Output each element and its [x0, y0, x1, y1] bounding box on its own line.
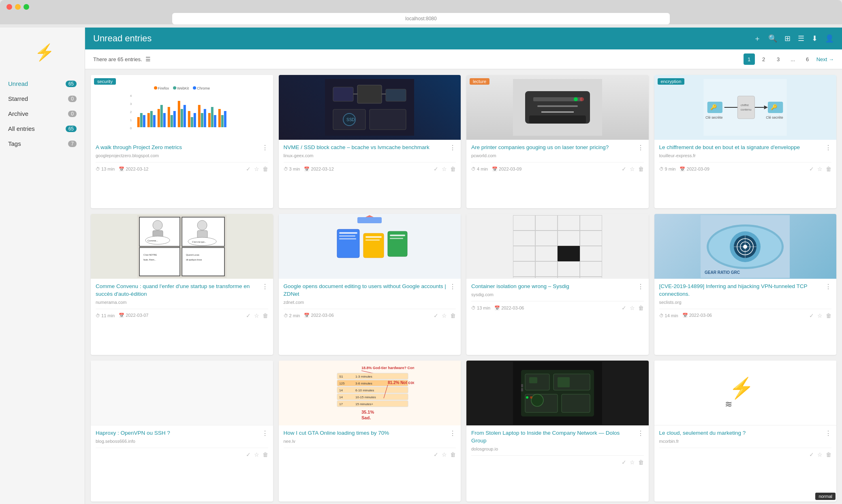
star-icon-4[interactable]: ☆ [817, 166, 823, 172]
delete-icon-9[interactable]: 🗑 [263, 451, 268, 458]
card-menu-9[interactable]: ⋮ [262, 429, 268, 437]
star-icon-8[interactable]: ☆ [817, 312, 823, 319]
bottom-bar: normal [815, 493, 836, 500]
card-tag-3: lecture [470, 78, 489, 85]
traffic-light-minimize[interactable] [15, 4, 21, 10]
card-title-4[interactable]: Le chiffrement de bout en bout et la sig… [659, 144, 822, 152]
card-title-9[interactable]: Haproxy : OpenVPN ou SSH ? [96, 429, 259, 437]
url-bar[interactable]: localhost:8080 [172, 13, 670, 24]
card-image-10: 18.8% God-tier hardware? Console? S1 1-3… [279, 361, 461, 425]
sidebar-item-all-entries[interactable]: All entries 65 [0, 121, 85, 136]
svg-rect-13 [160, 105, 163, 127]
card-title-8[interactable]: [CVE-2019-14899] Inferring and hijacking… [659, 283, 822, 298]
card-menu-2[interactable]: ⋮ [449, 144, 456, 152]
svg-rect-60 [738, 96, 755, 119]
page-1-button[interactable]: 1 [744, 53, 755, 65]
traffic-light-close[interactable] [6, 4, 12, 10]
delete-icon-1[interactable]: 🗑 [263, 166, 268, 172]
card-menu-10[interactable]: ⋮ [449, 429, 456, 437]
star-icon-3[interactable]: ☆ [630, 166, 635, 172]
download-icon[interactable]: ⬇ [812, 34, 818, 43]
card-title-3[interactable]: Are printer companies gouging us on lase… [471, 144, 634, 152]
card-title-5[interactable]: Comme Convenu : quand l'enfer d'une star… [96, 283, 259, 298]
star-icon-9[interactable]: ☆ [254, 451, 259, 458]
card-meta-7: ⏱ 13 min 📅 2022-03-06 [471, 305, 524, 311]
card-image-7 [466, 214, 649, 279]
check-icon-8[interactable]: ✓ [809, 312, 814, 319]
user-icon[interactable]: 👤 [825, 34, 834, 43]
star-icon-2[interactable]: ☆ [442, 166, 447, 172]
check-icon-6[interactable]: ✓ [434, 312, 438, 319]
check-icon-3[interactable]: ✓ [622, 166, 626, 172]
check-icon-1[interactable]: ✓ [246, 166, 251, 172]
card-title-2[interactable]: NVME / SSD block cache – bcache vs lvmca… [284, 144, 447, 152]
delete-icon-3[interactable]: 🗑 [638, 166, 644, 172]
delete-icon-4[interactable]: 🗑 [826, 166, 831, 172]
page-2-button[interactable]: 2 [758, 53, 769, 65]
card-title-11[interactable]: From Stolen Laptop to Inside the Company… [471, 429, 634, 445]
sidebar-item-unread[interactable]: Unread 65 [0, 76, 85, 91]
check-icon-9[interactable]: ✓ [246, 451, 251, 458]
check-icon-12[interactable]: ✓ [809, 451, 814, 458]
card-title-7[interactable]: Container isolation gone wrong – Sysdig [471, 283, 634, 290]
search-icon[interactable]: 🔍 [768, 34, 777, 43]
check-icon-2[interactable]: ✓ [434, 166, 438, 172]
card-menu-6[interactable]: ⋮ [449, 283, 456, 290]
add-icon[interactable]: ＋ [754, 34, 761, 43]
star-icon-6[interactable]: ☆ [442, 312, 447, 319]
sidebar-item-archive[interactable]: Archive 0 [0, 106, 85, 121]
star-icon-5[interactable]: ☆ [254, 312, 259, 319]
delete-icon-12[interactable]: 🗑 [826, 451, 831, 458]
card-menu-3[interactable]: ⋮ [637, 144, 644, 152]
card-menu-5[interactable]: ⋮ [262, 283, 268, 290]
card-menu-11[interactable]: ⋮ [637, 429, 644, 437]
svg-point-149 [526, 396, 528, 399]
delete-icon-8[interactable]: 🗑 [826, 312, 831, 319]
check-icon-7[interactable]: ✓ [622, 305, 626, 311]
isolation-svg [513, 215, 602, 278]
check-icon-10[interactable]: ✓ [434, 451, 438, 458]
sidebar-starred-count: 0 [68, 96, 77, 102]
svg-point-146 [531, 394, 543, 406]
pagination: 1 2 3 ... 6 Next → [744, 53, 834, 65]
encryption-svg: 🔑 Clé secrète 🔑 Clé secrète chiffré cont… [701, 79, 790, 136]
card-menu-4[interactable]: ⋮ [825, 144, 831, 152]
card-menu-7[interactable]: ⋮ [637, 283, 644, 290]
star-icon-11[interactable]: ☆ [630, 459, 635, 466]
check-icon-5[interactable]: ✓ [246, 312, 251, 319]
card-title-12[interactable]: Le cloud, seulement du marketing ? [659, 429, 822, 437]
filter-icon[interactable]: ☰ [798, 34, 804, 43]
delete-icon-2[interactable]: 🗑 [450, 166, 456, 172]
page-3-button[interactable]: 3 [773, 53, 784, 65]
card-menu-8[interactable]: ⋮ [825, 283, 831, 290]
card-title-6[interactable]: Google opens document editing to users w… [284, 283, 447, 298]
card-title-10[interactable]: How I cut GTA Online loading times by 70… [284, 429, 447, 437]
grid-view-icon[interactable]: ⊞ [784, 34, 791, 43]
sidebar-item-starred[interactable]: Starred 0 [0, 91, 85, 106]
page-6-button[interactable]: 6 [802, 53, 813, 65]
delete-icon-10[interactable]: 🗑 [450, 451, 456, 458]
traffic-light-fullscreen[interactable] [24, 4, 29, 10]
card-body-3: Are printer companies gouging us on lase… [466, 140, 649, 208]
star-icon-12[interactable]: ☆ [817, 451, 823, 458]
next-button[interactable]: Next → [816, 56, 834, 62]
card-body-11: From Stolen Laptop to Inside the Company… [466, 425, 649, 502]
star-icon-10[interactable]: ☆ [442, 451, 447, 458]
card-menu-1[interactable]: ⋮ [262, 144, 268, 152]
svg-rect-21 [188, 111, 190, 127]
delete-icon-6[interactable]: 🗑 [450, 312, 456, 319]
card-source-2: linux-geex.com [284, 153, 456, 158]
card-title-1[interactable]: A walk through Project Zero metrics [96, 144, 259, 152]
sidebar-item-tags[interactable]: Tags 7 [0, 136, 85, 151]
check-icon-4[interactable]: ✓ [809, 166, 814, 172]
star-icon-1[interactable]: ☆ [254, 166, 259, 172]
star-icon-7[interactable]: ☆ [630, 305, 635, 311]
svg-point-49 [574, 97, 578, 101]
list-icon[interactable]: ☰ [145, 56, 151, 62]
card-body-12: Le cloud, seulement du marketing ? ⋮ mco… [654, 425, 837, 502]
delete-icon-7[interactable]: 🗑 [638, 305, 644, 311]
delete-icon-5[interactable]: 🗑 [263, 312, 268, 319]
card-menu-12[interactable]: ⋮ [825, 429, 831, 437]
delete-icon-11[interactable]: 🗑 [638, 459, 644, 466]
check-icon-11[interactable]: ✓ [622, 459, 626, 466]
